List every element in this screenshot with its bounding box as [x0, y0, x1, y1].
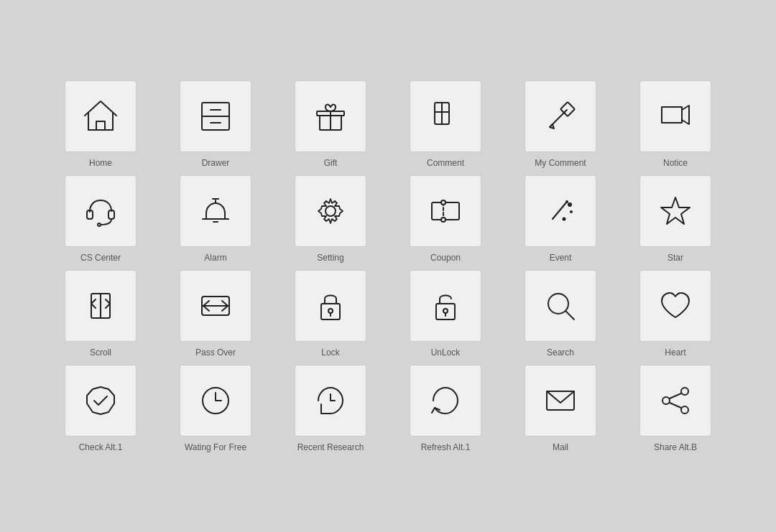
- comment-label: Comment: [427, 158, 464, 168]
- icon-box-mail: [525, 365, 596, 437]
- icon-cell-alarm: Alarm: [162, 175, 269, 263]
- icon-cell-lock: Lock: [277, 270, 384, 358]
- icon-box-refresh-alt1: [410, 365, 481, 437]
- icon-box-home: [65, 80, 137, 152]
- icon-box-star: [639, 175, 711, 247]
- star-icon: [656, 192, 695, 230]
- icon-box-drawer: [180, 80, 251, 152]
- icon-grid: Home Drawer Gift: [25, 59, 751, 474]
- icon-box-search: [525, 270, 596, 342]
- icon-box-cs-center: [65, 175, 137, 247]
- scroll-icon: [81, 286, 120, 325]
- refresh-alt1-icon: [426, 381, 465, 420]
- icon-box-heart: [639, 270, 711, 342]
- mail-icon: [541, 381, 580, 420]
- svg-point-16: [98, 223, 101, 226]
- wating-for-free-icon: [196, 381, 235, 420]
- icon-cell-comment: Comment: [392, 80, 499, 168]
- mail-label: Mail: [553, 442, 568, 452]
- unlock-icon: [426, 286, 465, 325]
- icon-box-recent-research: [295, 365, 366, 437]
- icon-box-my-comment: [525, 80, 596, 152]
- svg-line-48: [670, 403, 681, 408]
- svg-point-23: [441, 200, 445, 205]
- drawer-icon: [196, 97, 235, 136]
- recent-research-label: Recent Research: [297, 442, 364, 452]
- svg-rect-22: [432, 202, 459, 220]
- svg-point-21: [325, 206, 336, 216]
- share-altb-label: Share Alt.B: [654, 442, 697, 452]
- notice-label: Notice: [663, 158, 688, 168]
- icon-box-share-altb: [639, 365, 711, 437]
- unlock-label: UnLock: [431, 347, 461, 358]
- icon-cell-gift: Gift: [277, 80, 384, 168]
- svg-rect-34: [321, 304, 340, 319]
- svg-point-25: [568, 202, 572, 207]
- icon-box-scroll: [65, 270, 137, 342]
- icon-cell-notice: Notice: [622, 80, 729, 168]
- icon-cell-recent-research: Recent Research: [277, 365, 384, 452]
- cs-center-icon: [81, 192, 120, 230]
- pass-over-icon: [196, 286, 235, 325]
- svg-point-45: [681, 406, 688, 414]
- icon-cell-my-comment: My Comment: [507, 80, 614, 168]
- check-alt1-icon: [81, 381, 120, 420]
- heart-label: Heart: [665, 347, 685, 358]
- icon-box-pass-over: [180, 270, 251, 342]
- search-label: Search: [547, 347, 574, 358]
- icon-cell-unlock: UnLock: [392, 270, 499, 358]
- icon-cell-event: Event: [507, 175, 614, 263]
- gift-label: Gift: [324, 158, 338, 168]
- svg-marker-13: [662, 107, 682, 123]
- icon-cell-home: Home: [47, 80, 154, 168]
- svg-line-47: [670, 393, 681, 398]
- icon-box-comment: [410, 80, 481, 152]
- icon-box-check-alt1: [65, 365, 137, 437]
- icon-cell-pass-over: Pass Over: [162, 270, 269, 358]
- svg-point-46: [662, 397, 670, 404]
- my-comment-icon: [541, 97, 580, 136]
- icon-cell-coupon: Coupon: [392, 175, 499, 263]
- svg-line-41: [565, 311, 574, 319]
- icon-box-coupon: [410, 175, 481, 247]
- svg-marker-29: [661, 197, 690, 224]
- scroll-label: Scroll: [90, 347, 111, 358]
- icon-box-unlock: [410, 270, 481, 342]
- pass-over-label: Pass Over: [195, 347, 236, 358]
- icon-cell-search: Search: [507, 270, 614, 358]
- svg-point-26: [570, 210, 573, 213]
- refresh-alt1-label: Refresh Alt.1: [421, 442, 471, 452]
- search-icon: [541, 286, 580, 325]
- heart-icon: [656, 286, 695, 325]
- notice-icon: [656, 97, 695, 136]
- alarm-label: Alarm: [204, 253, 226, 263]
- svg-point-28: [565, 200, 568, 203]
- lock-icon: [311, 286, 350, 325]
- gift-icon: [311, 97, 350, 136]
- home-icon: [81, 97, 120, 136]
- check-alt1-label: Check Alt.1: [79, 442, 123, 452]
- share-altb-icon: [656, 381, 695, 420]
- recent-research-icon: [311, 381, 350, 420]
- icon-cell-refresh-alt1: Refresh Alt.1: [392, 365, 499, 452]
- icon-cell-setting: Setting: [277, 175, 384, 263]
- icon-box-wating-for-free: [180, 365, 251, 437]
- icon-cell-drawer: Drawer: [162, 80, 269, 168]
- svg-rect-0: [96, 121, 105, 130]
- icon-cell-cs-center: CS Center: [47, 175, 154, 263]
- icon-cell-check-alt1: Check Alt.1: [47, 365, 154, 452]
- icon-cell-scroll: Scroll: [47, 270, 154, 358]
- lock-label: Lock: [321, 347, 339, 358]
- icon-box-gift: [295, 80, 366, 152]
- icon-cell-wating-for-free: Wating For Free: [162, 365, 269, 452]
- icon-cell-heart: Heart: [622, 270, 729, 358]
- drawer-label: Drawer: [202, 158, 230, 168]
- setting-icon: [311, 192, 350, 230]
- home-label: Home: [89, 158, 112, 168]
- icon-cell-share-altb: Share Alt.B: [622, 365, 729, 452]
- comment-icon: [426, 97, 465, 136]
- cs-center-label: CS Center: [80, 253, 121, 263]
- alarm-icon: [196, 192, 235, 230]
- event-icon: [541, 192, 580, 230]
- coupon-label: Coupon: [430, 253, 461, 263]
